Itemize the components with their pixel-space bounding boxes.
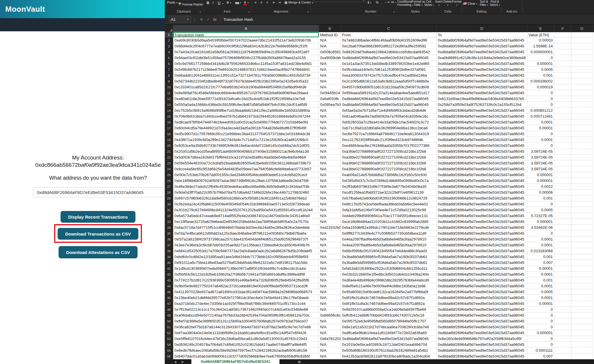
cell-G6[interactable]	[571, 61, 593, 67]
cell-B21[interactable]: N/A	[319, 149, 341, 154]
cell-F48[interactable]	[554, 307, 571, 313]
row-header-29[interactable]: 29	[165, 195, 173, 201]
row-header-48[interactable]: 48	[165, 307, 173, 313]
cell-A28[interactable]: 0x9da0d3ff70ab22c957b7f4bd78a757d6a4d273…	[173, 190, 319, 195]
cell-A15[interactable]: 0x70fe9b92c8da7c440cce4bed787b1db641973c…	[173, 114, 319, 119]
cell-A29[interactable]: 0x697c57860b6329118a9ef580cb28b0ce0cf5f3…	[173, 195, 319, 201]
cell-D33[interactable]: 0xd8da6bf26964af9d7eed9e03e53415d37aa960…	[437, 219, 527, 225]
row-header-17[interactable]: 17	[165, 125, 173, 131]
row-header-6[interactable]: 6	[165, 61, 173, 67]
cell-C18[interactable]: 0xc6e7927ca7c89bf4a879846171be9ea6130443…	[341, 131, 437, 137]
cell-F39[interactable]	[554, 254, 571, 260]
cell-D7[interactable]: 0xd8da6bf26964af9d7eed9e03e53415d37aa960…	[437, 67, 527, 73]
row-header-21[interactable]: 21	[165, 149, 173, 154]
cell-A11[interactable]: 0x8e989af78c4546e56bbdc6684e4e4f852b7102…	[173, 90, 319, 96]
cell-A38[interactable]: 0x6841d5325053d17a709c9487373a23a0c8aeb0…	[173, 248, 319, 254]
row-header-43[interactable]: 43	[165, 277, 173, 283]
row-header-20[interactable]: 20	[165, 143, 173, 149]
cell-C4[interactable]: 0x88262dd7bdbeeb106b42db6dcccb5dbcdab935…	[341, 49, 437, 55]
cell-G48[interactable]	[571, 307, 593, 313]
cell-A44[interactable]: 0x9b05e9e9827750247a6462ac372fccebb8816e…	[173, 283, 319, 289]
cell-G52[interactable]	[571, 330, 593, 336]
cell-B54[interactable]: N/A	[319, 342, 341, 348]
cell-C9[interactable]: 0x2c1065d861612a53a6c9d812aaa5d50f7c488b…	[341, 78, 437, 84]
percent-button[interactable]: %	[376, 1, 379, 4]
cell-F47[interactable]	[554, 301, 571, 307]
cell-F23[interactable]	[554, 160, 571, 166]
cell-E40[interactable]: 0.007	[527, 260, 554, 266]
cell-A40[interactable]: 0xf91011a5c75fea146e83ae5279af02bb85ddc9…	[173, 260, 319, 266]
cell-A41[interactable]: 0x1d9cd130369f407eebd56897139bc0972af8f0…	[173, 266, 319, 272]
enter-icon[interactable]: ✓	[207, 17, 210, 22]
paste-button[interactable]: Paste ▾	[167, 1, 177, 4]
cell-C51[interactable]: 0x8e1af11a5321b27d74bcaa8ea7038290cb38a7…	[341, 324, 437, 330]
cell-A8[interactable]: 0xb6addb13041e669311ec13f91c51e73271b478…	[173, 73, 319, 78]
cell-G4[interactable]	[571, 49, 593, 55]
cell-B43[interactable]: N/A	[319, 277, 341, 283]
format-painter-button[interactable]: Format Painter	[178, 2, 204, 6]
cell-A55[interactable]: 0x6edb7fbfeaec208a6d58c58e9d39d75975ecf7…	[173, 348, 319, 353]
row-header-35[interactable]: 35	[165, 231, 173, 236]
cell-E46[interactable]: 0.0001	[527, 295, 554, 301]
cell-F25[interactable]	[554, 172, 571, 178]
cell-G21[interactable]	[571, 149, 593, 154]
cell-A32[interactable]: 0x6a573a5edc47ceaab8e8714a8f552fe4e2d386…	[173, 213, 319, 219]
cell-C27[interactable]: 0x2ff3db6379632d9b77f389e3a677fe0404b08a…	[341, 184, 437, 190]
cell-E43[interactable]: 0.001	[527, 277, 554, 283]
cell-F20[interactable]	[554, 143, 571, 149]
cell-E5[interactable]: 0	[527, 55, 554, 61]
cell-G49[interactable]	[571, 313, 593, 318]
cell-B55[interactable]: N/A	[319, 348, 341, 353]
cell-D24[interactable]: 0xd8da6bf26964af9d7eed9e03e53415d37aa960…	[437, 166, 527, 172]
cell-E16[interactable]: 0.0001	[527, 119, 554, 125]
cell-B15[interactable]: N/A	[319, 114, 341, 119]
cell-F53[interactable]	[554, 336, 571, 342]
cell-B8[interactable]: N/A	[319, 73, 341, 78]
cell-F46[interactable]	[554, 295, 571, 301]
cell-B18[interactable]: N/A	[319, 131, 341, 137]
cell-C34[interactable]: 0xba155d6f82a395dc179011bb718e5663e2279c…	[341, 225, 437, 231]
cell-C6[interactable]: 0x1d1a3ac573513dd38edb338978f203be1e42e8…	[341, 61, 437, 67]
row-header-39[interactable]: 39	[165, 254, 173, 260]
cell-G54[interactable]	[571, 342, 593, 348]
cell-D22[interactable]: 0xd8da6bf26964af9d7eed9e03e53415d37aa960…	[437, 154, 527, 160]
cell-F37[interactable]	[554, 242, 571, 248]
cell-E2[interactable]: 0.00003	[527, 37, 554, 43]
cell-G2[interactable]	[571, 37, 593, 43]
cell-E19[interactable]: 0.0001	[527, 137, 554, 143]
cell-E20[interactable]: 0	[527, 143, 554, 149]
cell-G37[interactable]	[571, 242, 593, 248]
cell-A6[interactable]: 0x5c9d766177259bb43418db2875562665334b6c…	[173, 61, 319, 67]
cell-D18[interactable]: 0xd8da6bf26964af9d7eed9e03e53415d37aa960…	[437, 131, 527, 137]
row-header-10[interactable]: 10	[165, 84, 173, 90]
row-header-36[interactable]: 36	[165, 236, 173, 242]
cell-A7[interactable]: 0x549fc687b217115bbe87fe6932b25148637831…	[173, 67, 319, 73]
cell-E32[interactable]: 5.72327E-05	[527, 213, 554, 219]
cell-D39[interactable]: 0xd8da6bf26964af9d7eed9e03e53415d37aa960…	[437, 254, 527, 260]
cell-G38[interactable]	[571, 248, 593, 254]
new-sheet-icon[interactable]: ⊕	[298, 359, 301, 364]
cell-A13[interactable]: 0x550a0a4a15668c436bd3c5915f9fc9ec9d67d5…	[173, 102, 319, 108]
cell-C36[interactable]: 0x4ea2097ffadf6e4b5d3a6b8e8465b3faa29789…	[341, 236, 437, 242]
cell-D54[interactable]: 0xd8da6bf26964af9d7eed9e03e53415d37aa960…	[437, 342, 527, 348]
cell-G39[interactable]	[571, 254, 593, 260]
cell-A31[interactable]: 0x301b279c627b9489bc8411324e5520761202ba…	[173, 207, 319, 213]
cell-B10[interactable]: N/A	[319, 84, 341, 90]
cell-A17[interactable]: 0x60cb4cd5a79e448921d7cfaa3eca4d3ad5a391…	[173, 125, 319, 131]
cell-C47[interactable]: 0x8f1ffe31dfa3c7467dd6ee99a42c57c67f1d89…	[341, 301, 437, 307]
cell-E51[interactable]: 0	[527, 324, 554, 330]
cell-C19[interactable]: 0xcc117623f28ff94a8c212f3f9ed323cb97488f…	[341, 137, 437, 143]
increase-decimal-button[interactable]: ←.0	[384, 1, 389, 4]
cell-A37[interactable]: 0x3ee7e36efa3cf9cb87eb03cf35ae9d271e135b…	[173, 242, 319, 248]
cell-C53[interactable]: 0xd8da6bf26964af9d7eed9e03e53415d37aa960…	[341, 336, 437, 342]
cell-D12[interactable]: 0x6131b5fae19ea4f9d964eac0408e4408b66337…	[437, 96, 527, 102]
cell-A14[interactable]: 0xc752b5c08913a9b98d95ffbe7cd19baa8b8218…	[173, 108, 319, 114]
row-header-22[interactable]: 22	[165, 154, 173, 160]
row-header-5[interactable]: 5	[165, 55, 173, 61]
cell-C55[interactable]: 0x505d69b160330cf57b116ad2fd162489e81a54…	[341, 348, 437, 353]
cell-B7[interactable]: N/A	[319, 67, 341, 73]
cell-B14[interactable]: N/A	[319, 108, 341, 114]
cell-B17[interactable]: N/A	[319, 125, 341, 131]
row-header-7[interactable]: 7	[165, 67, 173, 73]
cell-C29[interactable]: 0x57fba6e62e60bbd03f2f931993066b12c98247…	[341, 195, 437, 201]
